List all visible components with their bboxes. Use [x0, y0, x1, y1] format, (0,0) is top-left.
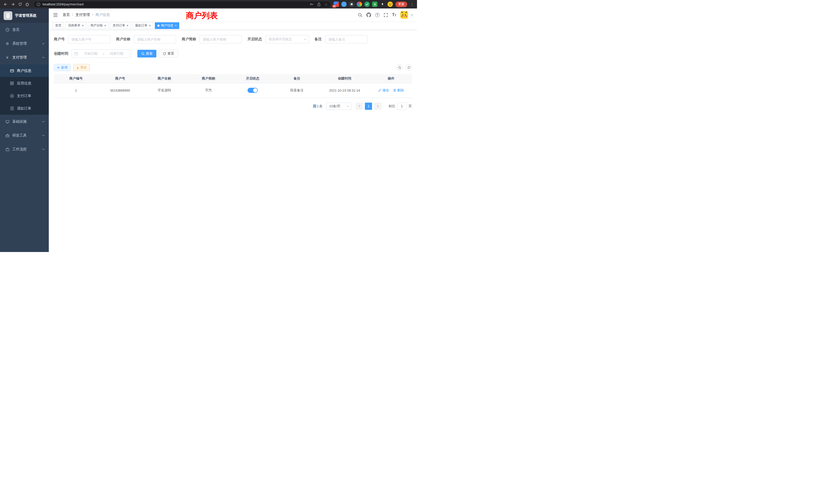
help-icon[interactable]: ? — [375, 13, 379, 17]
page-jump-input[interactable] — [397, 102, 407, 110]
close-icon[interactable]: × — [127, 24, 128, 27]
status-select[interactable]: 请选择开启状态 — [265, 35, 309, 43]
search-icon[interactable] — [358, 13, 362, 17]
merchant-name-input[interactable] — [134, 35, 176, 43]
app-logo-row[interactable]: 芋道管理系统 — [0, 8, 49, 23]
filter-label-remark: 备注 — [314, 37, 322, 42]
toggle-search-button[interactable] — [396, 64, 403, 71]
breadcrumb-current: 商户信息 — [95, 13, 110, 17]
sidebar-menu: 首页 ⚙ 系统管理 ¥ 支付管理 — [0, 23, 49, 156]
sidebar-item-refund-order[interactable]: 退款订单 — [0, 102, 49, 115]
github-icon[interactable] — [367, 13, 371, 17]
sidebar-item-system-mgmt[interactable]: ⚙ 系统管理 — [0, 37, 49, 50]
share-icon[interactable] — [317, 2, 321, 6]
reset-button[interactable]: 重置 — [159, 50, 178, 58]
browser-forward-button[interactable] — [9, 1, 17, 8]
remark-input[interactable] — [325, 35, 368, 43]
filter-label-merchant-no: 商户号 — [54, 37, 65, 42]
browser-back-button[interactable] — [2, 1, 9, 8]
page-size-select[interactable]: 10条/页 — [326, 102, 352, 110]
extension-icon-4[interactable] — [357, 2, 362, 7]
fullscreen-icon[interactable] — [383, 13, 388, 17]
sidebar-toggle-icon[interactable] — [53, 13, 58, 18]
browser-menu-icon[interactable]: ⋮ — [409, 2, 415, 6]
data-table: 商户编号 商户号 商户全称 商户简称 开启状态 备注 创建时间 操作 1 M23… — [54, 74, 412, 98]
url-text: localhost:1024/pay/merchant — [43, 3, 84, 6]
font-size-icon[interactable]: TT — [392, 13, 396, 17]
chevron-down-icon — [42, 43, 45, 44]
navbar-actions: ? TT — [358, 11, 413, 19]
status-toggle[interactable] — [247, 88, 258, 93]
sidebar-item-workflow[interactable]: 工作流程 — [0, 142, 49, 156]
chevron-down-icon — [42, 121, 45, 122]
merchant-short-input[interactable] — [199, 35, 242, 43]
extension-icon-8[interactable] — [388, 2, 393, 7]
col-merchant-short: 商户简称 — [186, 74, 231, 83]
browser-home-button[interactable] — [24, 1, 31, 8]
sidebar-item-pay-order[interactable]: 支付订单 — [0, 90, 49, 102]
chevron-up-icon — [42, 57, 45, 58]
page-number-button[interactable]: 1 — [365, 102, 372, 110]
refresh-button[interactable] — [406, 64, 412, 71]
close-icon[interactable]: × — [149, 24, 151, 27]
search-button[interactable]: 搜索 — [137, 50, 156, 58]
target-icon — [10, 94, 14, 98]
sidebar-item-app-info[interactable]: 应用信息 — [0, 77, 49, 90]
breadcrumb-payment[interactable]: 支付管理 — [75, 13, 90, 17]
sidebar-item-payment-mgmt[interactable]: ¥ 支付管理 — [0, 50, 49, 64]
sidebar-item-merchant-info[interactable]: 商户信息 — [0, 64, 49, 77]
bookmark-star-icon[interactable]: ☆ — [324, 3, 328, 6]
tab-home[interactable]: 首页 — [53, 22, 64, 29]
extension-icon-2[interactable] — [341, 2, 347, 7]
pagination: 共1条 10条/页 1 前往 页 — [54, 102, 412, 110]
pagination-total: 共1条 — [313, 104, 323, 109]
password-key-icon[interactable] — [310, 2, 313, 6]
content: 商户号 商户全称 商户简称 开启状态 请选择开启状态 — [49, 30, 417, 252]
sidebar-item-infrastructure[interactable]: 基础设施 — [0, 115, 49, 129]
tab-pay-order[interactable]: 支付订单 × — [110, 22, 131, 29]
table-header-row: 商户编号 商户号 商户全称 商户简称 开启状态 备注 创建时间 操作 — [54, 74, 412, 83]
tab-refund-order[interactable]: 退款订单 × — [132, 22, 153, 29]
extension-icon-5[interactable] — [364, 2, 370, 7]
cell-actions: 修改 删除 — [370, 83, 412, 98]
tab-merchant-info[interactable]: 商户信息 × — [155, 22, 179, 29]
chevron-down-icon — [42, 135, 45, 136]
extension-icon-3[interactable] — [349, 2, 354, 7]
cell-create-time: 2021-10-23 08:31:14 — [319, 83, 370, 98]
tab-bar: 首页 流程表单 × 用户分组 × 支付订单 × 退款订单 × 商户信息 × — [49, 21, 417, 30]
tab-user-group[interactable]: 用户分组 × — [88, 22, 109, 29]
document-icon — [10, 107, 14, 110]
yen-icon: ¥ — [5, 56, 9, 59]
extension-icon-7[interactable] — [380, 2, 385, 7]
col-remark: 备注 — [275, 74, 319, 83]
extension-icon-1[interactable]: 10 — [333, 2, 339, 7]
browser-update-button[interactable]: 更新 — [395, 2, 407, 7]
tab-process-form[interactable]: 流程表单 × — [65, 22, 86, 29]
close-icon[interactable]: × — [175, 24, 177, 27]
gear-icon: ⚙ — [5, 42, 9, 45]
annotation-title: 商户列表 — [186, 10, 218, 21]
next-page-button[interactable] — [374, 102, 381, 110]
edit-link[interactable]: 修改 — [378, 88, 389, 93]
user-avatar[interactable] — [400, 11, 408, 19]
close-icon[interactable]: × — [104, 24, 106, 27]
sidebar-item-dev-tools[interactable]: 研发工具 — [0, 129, 49, 142]
extension-icon-6[interactable] — [372, 2, 377, 7]
chevron-down-icon[interactable] — [411, 14, 413, 16]
merchant-no-input[interactable] — [68, 35, 110, 43]
export-button[interactable]: 导出 — [73, 64, 90, 71]
browser-reload-button[interactable] — [17, 1, 24, 8]
add-button[interactable]: 新增 — [54, 64, 71, 71]
sidebar-item-home[interactable]: 首页 — [0, 23, 49, 37]
col-merchant-no: 商户号 — [98, 74, 142, 83]
cell-merchant-id: 1 — [54, 83, 98, 98]
calendar-icon — [74, 52, 78, 55]
create-time-range-picker[interactable]: 开始日期 - 结束日期 — [72, 49, 131, 58]
close-icon[interactable]: × — [82, 24, 84, 27]
address-bar[interactable]: localhost:1024/pay/merchant ☆ — [34, 1, 331, 8]
browser-chrome: localhost:1024/pay/merchant ☆ 10 — [0, 0, 417, 8]
breadcrumb-home[interactable]: 首页 — [63, 13, 70, 17]
delete-link[interactable]: 删除 — [393, 88, 404, 93]
prev-page-button[interactable] — [356, 102, 363, 110]
page-info-icon[interactable] — [37, 3, 40, 6]
